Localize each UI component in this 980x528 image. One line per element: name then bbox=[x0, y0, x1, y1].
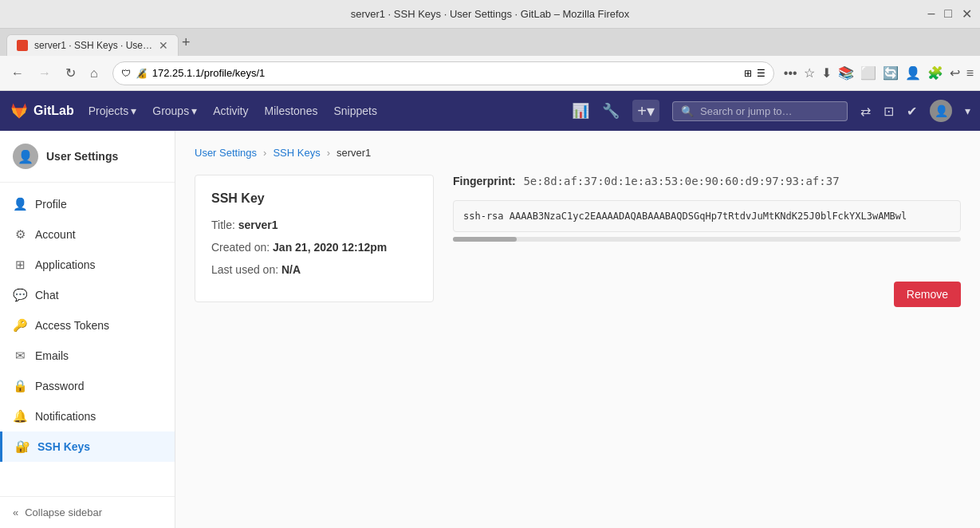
reload-button[interactable]: ↻ bbox=[61, 62, 81, 84]
header-nav-projects[interactable]: Projects ▾ bbox=[87, 101, 139, 120]
address-bar[interactable]: 🛡 🔏 ⊞ ☰ bbox=[112, 61, 774, 85]
header-nav-groups[interactable]: Groups ▾ bbox=[151, 101, 199, 120]
fingerprint-panel: Fingerprint: 5e:8d:af:37:0d:1e:a3:53:0e:… bbox=[453, 175, 961, 307]
browser-nav: ← → ↻ ⌂ 🛡 🔏 ⊞ ☰ ••• ☆ ⬇ 📚 ⬜ 🔄 👤 🧩 ↩ ≡ bbox=[0, 56, 980, 91]
gitlab-logo-icon bbox=[10, 101, 29, 120]
title-label: Title: bbox=[211, 219, 235, 231]
projects-chevron-icon: ▾ bbox=[131, 104, 136, 117]
todos-icon[interactable]: ✔ bbox=[907, 104, 917, 119]
password-label: Password bbox=[35, 380, 84, 392]
key-scrollbar[interactable] bbox=[453, 237, 961, 242]
account-circle-icon[interactable]: 👤 bbox=[905, 65, 921, 81]
sidebar-item-chat[interactable]: 💬 Chat bbox=[0, 280, 175, 310]
search-input[interactable] bbox=[700, 105, 839, 117]
sidebar-item-emails[interactable]: ✉ Emails bbox=[0, 341, 175, 371]
gitlab-app: GitLab Projects ▾ Groups ▾ Activity Mile… bbox=[0, 91, 980, 528]
merge-requests-icon[interactable]: ⇄ bbox=[860, 104, 871, 119]
wrench-icon[interactable]: 🔧 bbox=[602, 102, 620, 120]
sidebar-item-account[interactable]: ⚙ Account bbox=[0, 219, 175, 250]
tab-label: server1 · SSH Keys · Use… bbox=[34, 40, 152, 51]
groups-label: Groups bbox=[152, 104, 189, 117]
sidebar-item-profile[interactable]: 👤 Profile bbox=[0, 189, 175, 219]
user-avatar-header[interactable]: 👤 bbox=[930, 100, 952, 122]
sidebar-item-applications[interactable]: ⊞ Applications bbox=[0, 250, 175, 280]
hamburger-icon[interactable]: ≡ bbox=[966, 66, 974, 81]
plus-icon[interactable]: +▾ bbox=[632, 100, 659, 122]
sidebar-item-access-tokens[interactable]: 🔑 Access Tokens bbox=[0, 310, 175, 341]
bookmarks-library-icon[interactable]: 📚 bbox=[838, 65, 854, 81]
fingerprint-row: Fingerprint: 5e:8d:af:37:0d:1e:a3:53:0e:… bbox=[453, 175, 961, 187]
header-nav-activity[interactable]: Activity bbox=[211, 101, 250, 120]
extensions-icon[interactable]: 🧩 bbox=[927, 65, 943, 81]
sidebar-toggle-icon[interactable]: ⬜ bbox=[860, 65, 876, 81]
forward-button[interactable]: → bbox=[33, 63, 56, 84]
ssh-key-card: SSH Key Title: server1 Created on: Jan 2… bbox=[195, 175, 434, 302]
back-button[interactable]: ← bbox=[6, 63, 29, 84]
issues-icon[interactable]: ⊡ bbox=[884, 104, 894, 119]
breadcrumb: User Settings › SSH Keys › server1 bbox=[195, 147, 961, 159]
ssh-keys-icon: 🔐 bbox=[15, 439, 30, 454]
key-content-box[interactable]: ssh-rsa AAAAB3NzaC1yc2EAAAADAQABAAABAQDS… bbox=[453, 200, 961, 232]
browser-title: server1 · SSH Keys · User Settings · Git… bbox=[351, 8, 630, 20]
created-label: Created on: bbox=[211, 241, 270, 254]
main-layout: 👤 User Settings 👤 Profile ⚙ Account bbox=[0, 131, 980, 528]
ssh-keys-label: SSH Keys bbox=[37, 440, 90, 453]
breadcrumb-user-settings[interactable]: User Settings bbox=[195, 147, 257, 159]
maximize-icon[interactable]: □ bbox=[944, 6, 952, 22]
browser-titlebar: server1 · SSH Keys · User Settings · Git… bbox=[0, 0, 980, 29]
history-back-icon[interactable]: ↩ bbox=[950, 65, 960, 81]
minimize-icon[interactable]: – bbox=[927, 6, 935, 22]
access-tokens-label: Access Tokens bbox=[35, 319, 109, 332]
emails-label: Emails bbox=[35, 349, 69, 362]
sidebar: 👤 User Settings 👤 Profile ⚙ Account bbox=[0, 131, 175, 528]
last-used-value: N/A bbox=[281, 263, 301, 276]
sidebar-nav: 👤 Profile ⚙ Account ⊞ Applications bbox=[0, 183, 175, 468]
account-icon: ⚙ bbox=[13, 227, 27, 242]
ssh-key-last-used-row: Last used on: N/A bbox=[211, 263, 417, 276]
tab-favicon bbox=[17, 40, 28, 51]
milestones-label: Milestones bbox=[265, 104, 318, 117]
created-value: Jan 21, 2020 12:12pm bbox=[273, 241, 387, 254]
applications-icon: ⊞ bbox=[13, 258, 27, 272]
new-tab-button[interactable]: + bbox=[182, 34, 191, 51]
projects-label: Projects bbox=[89, 104, 129, 117]
menu-dots-icon[interactable]: ••• bbox=[784, 66, 797, 81]
sidebar-item-ssh-keys[interactable]: 🔐 SSH Keys bbox=[0, 431, 175, 462]
last-used-label: Last used on: bbox=[211, 263, 278, 276]
breadcrumb-ssh-keys[interactable]: SSH Keys bbox=[273, 147, 320, 159]
sidebar-item-password[interactable]: 🔒 Password bbox=[0, 371, 175, 401]
gitlab-logo[interactable]: GitLab bbox=[10, 101, 74, 120]
ssh-key-card-title: SSH Key bbox=[211, 191, 417, 206]
download-icon[interactable]: ⬇ bbox=[821, 65, 832, 81]
sync-icon[interactable]: 🔄 bbox=[883, 65, 899, 81]
bookmark-icon[interactable]: ☆ bbox=[804, 65, 815, 81]
key-scrollbar-thumb[interactable] bbox=[453, 237, 517, 242]
header-nav-milestones[interactable]: Milestones bbox=[263, 101, 320, 120]
activity-label: Activity bbox=[213, 104, 248, 117]
gitlab-logo-text: GitLab bbox=[33, 104, 74, 118]
lock-icon: 🔏 bbox=[136, 68, 148, 79]
home-button[interactable]: ⌂ bbox=[85, 63, 103, 84]
profile-label: Profile bbox=[35, 198, 67, 211]
sidebar-item-notifications[interactable]: 🔔 Notifications bbox=[0, 401, 175, 431]
breadcrumb-sep-1: › bbox=[263, 147, 266, 159]
tab-close-icon[interactable]: ✕ bbox=[159, 39, 168, 52]
user-menu-chevron-icon[interactable]: ▾ bbox=[965, 104, 970, 117]
search-bar[interactable]: 🔍 bbox=[672, 101, 848, 121]
avatar-icon: 👤 bbox=[18, 149, 33, 164]
sidebar-user-header: 👤 User Settings bbox=[0, 131, 175, 183]
remove-button[interactable]: Remove bbox=[894, 282, 961, 307]
url-input[interactable] bbox=[152, 67, 739, 79]
header-nav-snippets[interactable]: Snippets bbox=[332, 101, 378, 120]
active-tab[interactable]: server1 · SSH Keys · Use… ✕ bbox=[6, 34, 179, 56]
account-label: Account bbox=[35, 228, 76, 241]
reader-icon: ☰ bbox=[757, 68, 766, 79]
groups-chevron-icon: ▾ bbox=[191, 104, 197, 117]
user-avatar: 👤 bbox=[13, 144, 38, 169]
chart-icon[interactable]: 📊 bbox=[572, 102, 589, 120]
close-icon[interactable]: ✕ bbox=[962, 6, 972, 22]
browser-tabs: server1 · SSH Keys · Use… ✕ + bbox=[0, 29, 980, 56]
collapse-sidebar[interactable]: « Collapse sidebar bbox=[0, 496, 175, 528]
snippets-label: Snippets bbox=[333, 104, 376, 117]
user-settings-title: User Settings bbox=[46, 150, 118, 163]
